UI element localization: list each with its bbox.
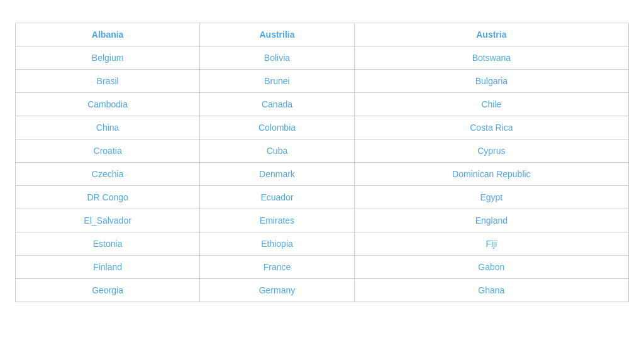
cell-2-1[interactable]: Canada bbox=[200, 93, 355, 116]
header-row: AlbaniaAustriliaAustria bbox=[16, 23, 629, 46]
table-row: BrasilBruneiBulgaria bbox=[16, 70, 629, 93]
table-row: CambodiaCanadaChile bbox=[16, 93, 629, 116]
cell-10-1[interactable]: Germany bbox=[200, 279, 355, 302]
cell-5-1[interactable]: Denmark bbox=[200, 163, 355, 186]
table-row: DR CongoEcuadorEgypt bbox=[16, 186, 629, 209]
table-header: AlbaniaAustriliaAustria bbox=[16, 23, 629, 46]
cell-10-2[interactable]: Ghana bbox=[354, 279, 628, 302]
cell-0-0[interactable]: Belgium bbox=[16, 46, 200, 70]
header-col-1: Austrilia bbox=[200, 23, 355, 46]
cell-7-1[interactable]: Emirates bbox=[200, 209, 355, 232]
cell-3-1[interactable]: Colombia bbox=[200, 116, 355, 139]
cell-5-0[interactable]: Czechia bbox=[16, 163, 200, 186]
table-row: GeorgiaGermanyGhana bbox=[16, 279, 629, 302]
table-row: CzechiaDenmarkDominican Republic bbox=[16, 163, 629, 186]
table-row: ChinaColombiaCosta Rica bbox=[16, 116, 629, 139]
table-row: EstoniaEthiopiaFiji bbox=[16, 232, 629, 256]
cell-5-2[interactable]: Dominican Republic bbox=[354, 163, 628, 186]
cell-3-2[interactable]: Costa Rica bbox=[354, 116, 628, 139]
cell-8-2[interactable]: Fiji bbox=[354, 232, 628, 256]
cell-4-2[interactable]: Cyprus bbox=[354, 139, 628, 163]
table-row: FinlandFranceGabon bbox=[16, 256, 629, 279]
cell-1-0[interactable]: Brasil bbox=[16, 70, 200, 93]
cell-7-2[interactable]: England bbox=[354, 209, 628, 232]
cell-0-1[interactable]: Bolivia bbox=[200, 46, 355, 70]
cell-9-0[interactable]: Finland bbox=[16, 256, 200, 279]
cell-4-0[interactable]: Croatia bbox=[16, 139, 200, 163]
header-col-2: Austria bbox=[354, 23, 628, 46]
cell-7-0[interactable]: El_Salvador bbox=[16, 209, 200, 232]
table-body: BelgiumBoliviaBotswanaBrasilBruneiBulgar… bbox=[16, 46, 629, 302]
cell-6-1[interactable]: Ecuador bbox=[200, 186, 355, 209]
country-table: AlbaniaAustriliaAustria BelgiumBoliviaBo… bbox=[15, 23, 629, 302]
cell-0-2[interactable]: Botswana bbox=[354, 46, 628, 70]
cell-2-0[interactable]: Cambodia bbox=[16, 93, 200, 116]
cell-4-1[interactable]: Cuba bbox=[200, 139, 355, 163]
cell-8-0[interactable]: Estonia bbox=[16, 232, 200, 256]
cell-3-0[interactable]: China bbox=[16, 116, 200, 139]
cell-6-2[interactable]: Egypt bbox=[354, 186, 628, 209]
cell-2-2[interactable]: Chile bbox=[354, 93, 628, 116]
cell-1-2[interactable]: Bulgaria bbox=[354, 70, 628, 93]
cell-9-1[interactable]: France bbox=[200, 256, 355, 279]
header-col-0: Albania bbox=[16, 23, 200, 46]
cell-1-1[interactable]: Brunei bbox=[200, 70, 355, 93]
cell-9-2[interactable]: Gabon bbox=[354, 256, 628, 279]
table-row: El_SalvadorEmiratesEngland bbox=[16, 209, 629, 232]
cell-8-1[interactable]: Ethiopia bbox=[200, 232, 355, 256]
cell-10-0[interactable]: Georgia bbox=[16, 279, 200, 302]
table-row: CroatiaCubaCyprus bbox=[16, 139, 629, 163]
cell-6-0[interactable]: DR Congo bbox=[16, 186, 200, 209]
table-row: BelgiumBoliviaBotswana bbox=[16, 46, 629, 70]
